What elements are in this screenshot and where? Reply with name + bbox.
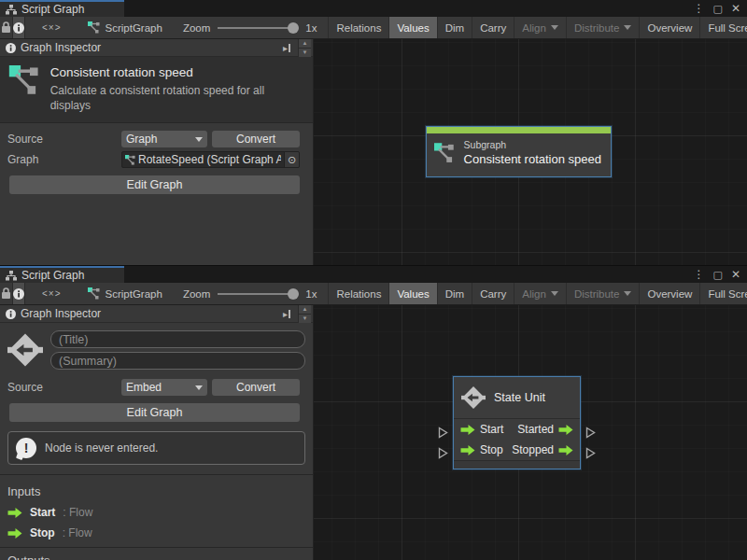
graph-object-value: RotateSpeed (Script Graph A	[138, 153, 281, 166]
warning-box: ! Node is never entered.	[7, 431, 305, 465]
dropdown-arrow-icon	[551, 291, 558, 296]
window-controls: ⋮ ▢ ✕	[694, 266, 747, 283]
scroll-down-icon[interactable]: ▼	[299, 314, 311, 323]
external-port-icon[interactable]	[438, 427, 448, 439]
toolbar-buttons: Relations Values Dim Carry Align Distrib…	[328, 17, 747, 38]
script-graph-window-top: Script Graph ⋮ ▢ ✕ <×> ScriptGraph Zoom …	[0, 0, 747, 266]
info-icon	[6, 309, 16, 319]
port-row-stop: Stop : Flow	[7, 526, 305, 539]
align-button[interactable]: Align	[514, 283, 566, 304]
convert-button[interactable]: Convert	[212, 379, 300, 396]
flow-in-arrow-icon[interactable]	[460, 445, 475, 455]
flow-arrow-icon	[7, 508, 22, 518]
scroll-up-icon[interactable]: ▲	[299, 39, 311, 48]
menu-icon[interactable]: ⋮	[694, 3, 705, 14]
values-button[interactable]: Values	[388, 283, 436, 304]
inspector-toggle-button[interactable]	[12, 17, 25, 38]
graph-summary: Calculate a consistent rotation speed fo…	[50, 83, 305, 113]
zoom-slider-handle[interactable]	[288, 288, 299, 300]
state-unit-node[interactable]: State Unit Start Started Stop Stopped	[453, 376, 581, 469]
scroll-down-icon[interactable]: ▼	[299, 48, 311, 57]
edit-graph-button[interactable]: Edit Graph	[9, 175, 300, 194]
script-graph-window-bottom: Script Graph ⋮ ▢ ✕ <×> ScriptGraph Zoom …	[0, 266, 747, 560]
zoom-slider-handle[interactable]	[288, 22, 299, 34]
zoom-slider[interactable]	[218, 288, 298, 300]
external-port-icon[interactable]	[438, 447, 448, 459]
edit-graph-button[interactable]: Edit Graph	[9, 403, 300, 422]
overview-button[interactable]: Overview	[639, 17, 699, 38]
relations-button[interactable]: Relations	[328, 17, 388, 38]
values-button[interactable]: Values	[388, 17, 436, 38]
dock-panel-button[interactable]: ▸	[280, 309, 293, 319]
inspector-toggle-button[interactable]	[12, 283, 25, 304]
flow-out-arrow-icon[interactable]	[558, 445, 573, 455]
source-label: Source	[7, 133, 121, 146]
close-icon[interactable]: ✕	[731, 269, 740, 280]
graph-canvas[interactable]: Subgraph Consistent rotation speed	[314, 39, 747, 265]
distribute-button[interactable]: Distribute	[566, 283, 640, 304]
graph-toolbar: <×> ScriptGraph Zoom 1x Relations Values…	[0, 283, 747, 305]
align-button[interactable]: Align	[514, 17, 566, 38]
port-row-start: Start : Flow	[7, 506, 305, 519]
lock-icon	[0, 21, 12, 34]
external-port-icon[interactable]	[585, 447, 596, 459]
script-graph-icon	[88, 287, 100, 300]
zoom-label: Zoom	[183, 22, 210, 34]
view-source-button[interactable]: <×>	[42, 17, 62, 38]
fullscreen-button[interactable]: Full Screen	[699, 17, 747, 38]
scroll-up-icon[interactable]: ▲	[299, 305, 311, 314]
graph-object-field[interactable]: RotateSpeed (Script Graph A ⊙	[121, 151, 300, 168]
tab-script-graph[interactable]: Script Graph	[0, 266, 124, 283]
convert-button[interactable]: Convert	[212, 131, 300, 147]
dropdown-arrow-icon	[195, 137, 203, 142]
source-dropdown[interactable]: Embed	[121, 379, 207, 396]
source-dropdown[interactable]: Graph	[121, 131, 207, 147]
source-dropdown-value: Embed	[126, 381, 162, 394]
lock-button[interactable]	[0, 283, 12, 304]
dock-panel-button[interactable]: ▸	[280, 43, 293, 53]
graph-inspector-panel: Graph Inspector ▸ ▲▼ Source Embed Conver…	[0, 305, 314, 560]
flow-arrow-icon	[7, 528, 22, 539]
object-picker-icon[interactable]: ⊙	[284, 152, 299, 167]
source-dropdown-value: Graph	[126, 133, 157, 146]
node-kind: Subgraph	[464, 139, 601, 150]
dropdown-arrow-icon	[195, 385, 203, 390]
distribute-button[interactable]: Distribute	[566, 17, 640, 38]
carry-button[interactable]: Carry	[472, 17, 514, 38]
graph-breadcrumb[interactable]: ScriptGraph	[88, 283, 162, 304]
menu-icon[interactable]: ⋮	[694, 269, 705, 280]
subgraph-node[interactable]: Subgraph Consistent rotation speed	[426, 126, 612, 177]
tab-script-graph[interactable]: Script Graph	[0, 0, 124, 17]
graph-breadcrumb-label: ScriptGraph	[106, 22, 162, 34]
graph-hierarchy-icon	[6, 271, 17, 281]
inspector-title: Graph Inspector	[21, 41, 101, 54]
maximize-icon[interactable]: ▢	[713, 4, 723, 14]
external-port-icon[interactable]	[585, 427, 596, 439]
summary-input[interactable]	[50, 352, 305, 370]
graph-description: Consistent rotation speed Calculate a co…	[0, 57, 313, 123]
maximize-icon[interactable]: ▢	[713, 270, 723, 280]
lock-button[interactable]	[0, 17, 12, 38]
node-title: State Unit	[494, 391, 545, 404]
dim-button[interactable]: Dim	[437, 283, 472, 304]
carry-button[interactable]: Carry	[472, 283, 514, 304]
graph-breadcrumb[interactable]: ScriptGraph	[88, 17, 162, 38]
node-accent-bar	[427, 127, 611, 133]
zoom-slider[interactable]	[218, 22, 298, 34]
info-icon	[13, 22, 24, 34]
zoom-value: 1x	[305, 288, 317, 300]
graph-canvas[interactable]: State Unit Start Started Stop Stopped	[314, 305, 747, 560]
info-icon	[13, 288, 24, 300]
relations-button[interactable]: Relations	[328, 283, 388, 304]
close-icon[interactable]: ✕	[731, 3, 740, 14]
title-input[interactable]	[50, 330, 305, 348]
inputs-section: Inputs Start : Flow Stop : Flow	[0, 475, 313, 539]
flow-out-arrow-icon[interactable]	[558, 425, 573, 435]
warning-text: Node is never entered.	[45, 441, 158, 455]
overview-button[interactable]: Overview	[639, 283, 699, 304]
fullscreen-button[interactable]: Full Screen	[699, 283, 747, 304]
flow-in-arrow-icon[interactable]	[460, 425, 475, 435]
dim-button[interactable]: Dim	[437, 17, 472, 38]
graph-breadcrumb-label: ScriptGraph	[106, 288, 162, 300]
view-source-button[interactable]: <×>	[42, 283, 62, 304]
